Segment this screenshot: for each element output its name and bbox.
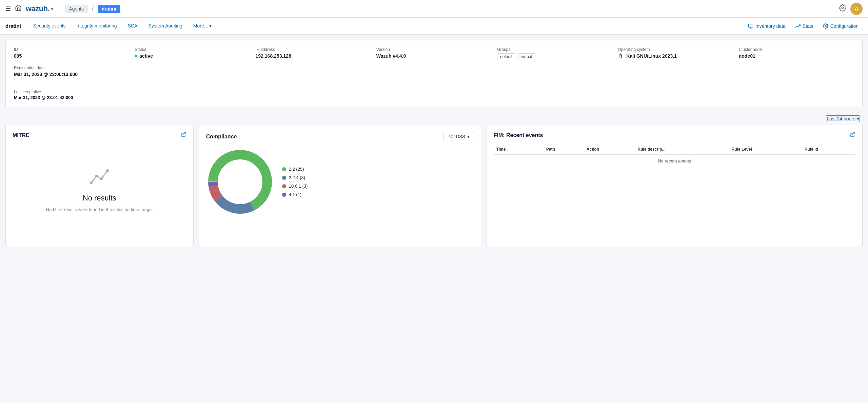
os-icon: 🐧 — [618, 53, 624, 59]
mitre-no-results-sub: No Mitre results were found in the selec… — [46, 207, 153, 213]
compliance-title: Compliance — [206, 134, 237, 140]
keep-alive-value: Mar 31, 2023 @ 23:01:43.000 — [14, 95, 854, 100]
breadcrumb-agents[interactable]: Agents — [65, 5, 88, 13]
id-value: 005 — [14, 53, 129, 59]
legend-item-2: 10.6.1 (3) — [282, 184, 308, 189]
svg-line-5 — [183, 133, 185, 135]
id-label: ID — [14, 47, 129, 52]
hamburger-menu[interactable]: ☰ — [5, 5, 11, 13]
compliance-dropdown-label: PCI DSS — [448, 134, 465, 139]
legend-label-0: 2.2 (25) — [289, 167, 304, 172]
field-cluster: Cluster node node01 — [739, 47, 854, 60]
svg-point-8 — [95, 175, 98, 177]
keep-alive-section: Last keep alive Mar 31, 2023 @ 23:01:43.… — [14, 84, 854, 100]
fim-panel: FIM: Recent events Time ↓ Path Action — [487, 125, 863, 247]
tab-integrity-monitoring[interactable]: Integrity monitoring — [71, 18, 122, 35]
tab-security-events[interactable]: Security events — [28, 18, 71, 35]
compliance-header: Compliance PCI DSS ▾ — [206, 132, 474, 141]
fim-table: Time ↓ Path Action Rule descrip... Rule … — [494, 144, 855, 167]
logo-dropdown[interactable]: ▾ — [51, 5, 54, 12]
svg-point-9 — [90, 181, 93, 184]
stats-btn[interactable]: Stats — [791, 23, 817, 29]
svg-line-15 — [852, 133, 855, 135]
compliance-legend: 2.2 (25) 2.2.4 (8) 10.6.1 (3) 4.1 (1) — [282, 167, 308, 197]
legend-item-0: 2.2 (25) — [282, 167, 308, 172]
legend-dot-0 — [282, 167, 286, 171]
legend-dot-3 — [282, 193, 286, 197]
legend-label-3: 4.1 (1) — [289, 192, 302, 197]
compliance-dropdown-icon: ▾ — [467, 134, 470, 139]
time-filter-chevron: ▾ — [857, 116, 859, 121]
fim-title: FIM: Recent events — [494, 132, 543, 138]
time-filter-button[interactable]: Last 24 hours ▾ — [826, 115, 860, 122]
field-status: Status active — [135, 47, 250, 60]
fim-tbody: No recent events — [494, 155, 855, 167]
mitre-no-results-title: No results — [83, 194, 116, 203]
status-text: active — [139, 53, 153, 59]
tab-system-auditing[interactable]: System Auditing — [143, 18, 188, 35]
compliance-content: 2.2 (25) 2.2.4 (8) 10.6.1 (3) 4.1 (1) — [206, 148, 474, 216]
legend-item-1: 2.2.4 (8) — [282, 175, 308, 180]
field-id: ID 005 — [14, 47, 129, 60]
mitre-header: MITRE — [13, 132, 186, 139]
secondary-nav: dratini Security events Integrity monito… — [0, 18, 868, 35]
ip-value: 192.168.253.128 — [256, 53, 371, 59]
breadcrumb-current: dratini — [98, 5, 120, 13]
field-registration: Registration date Mar 31, 2023 @ 23:00:1… — [14, 65, 129, 77]
top-nav: ☰ wazuh. ▾ Agents / dratini a — [0, 0, 868, 18]
field-groups: Groups default virtual — [497, 47, 612, 60]
tag-default: default — [497, 53, 515, 60]
legend-item-3: 4.1 (1) — [282, 192, 308, 197]
agent-info-card: ID 005 Status active IP address 192.168.… — [5, 40, 863, 107]
col-action[interactable]: Action — [584, 144, 635, 155]
fim-no-events: No recent events — [494, 155, 855, 167]
status-value: active — [135, 53, 250, 59]
compliance-dropdown[interactable]: PCI DSS ▾ — [443, 132, 474, 141]
version-label: Version — [376, 47, 492, 52]
col-path[interactable]: Path — [544, 144, 584, 155]
svg-point-6 — [106, 169, 109, 172]
col-rule-desc[interactable]: Rule descrip... — [635, 144, 729, 155]
right-nav: Inventory data Stats Configuration — [744, 23, 863, 29]
panels-row: MITRE No results No Mitre — [5, 125, 863, 247]
mitre-chart-icon — [88, 164, 110, 190]
fim-external-link-icon[interactable] — [850, 132, 855, 139]
fim-header: FIM: Recent events — [494, 132, 855, 139]
tab-sca[interactable]: SCA — [122, 18, 143, 35]
field-os: Operating system 🐧 Kali GNU/Linux 2023.1 — [618, 47, 733, 60]
cluster-label: Cluster node — [739, 47, 854, 52]
time-filter-label: Last 24 hours — [827, 116, 855, 121]
sort-icon-time: ↓ — [507, 148, 509, 151]
inventory-data-btn[interactable]: Inventory data — [744, 23, 790, 29]
svg-rect-1 — [748, 24, 753, 27]
field-version: Version Wazuh v4.4.0 — [376, 47, 492, 60]
registration-value: Mar 31, 2023 @ 23:00:13.000 — [14, 72, 129, 77]
svg-point-4 — [825, 25, 826, 27]
status-label: Status — [135, 47, 250, 52]
settings-icon[interactable] — [839, 4, 846, 13]
col-time[interactable]: Time ↓ — [494, 144, 544, 155]
tab-more[interactable]: More... ▾ — [188, 18, 217, 35]
app-logo: wazuh. — [26, 4, 50, 13]
avatar[interactable]: a — [850, 3, 863, 15]
legend-label-1: 2.2.4 (8) — [289, 175, 305, 180]
mitre-external-link-icon[interactable] — [181, 132, 186, 139]
configuration-btn[interactable]: Configuration — [819, 23, 863, 29]
svg-point-7 — [100, 177, 103, 180]
home-icon[interactable] — [15, 4, 22, 13]
legend-dot-1 — [282, 176, 286, 180]
os-value: 🐧 Kali GNU/Linux 2023.1 — [618, 53, 733, 59]
compliance-donut — [206, 148, 274, 216]
ip-label: IP address — [256, 47, 371, 52]
mitre-empty-state: No results No Mitre results were found i… — [13, 144, 186, 232]
cluster-value: node01 — [739, 53, 854, 59]
col-rule-level[interactable]: Rule Level — [729, 144, 802, 155]
agent-name-label: dratini — [5, 23, 21, 29]
col-rule-id[interactable]: Rule Id — [802, 144, 855, 155]
version-value: Wazuh v4.4.0 — [376, 53, 492, 59]
mitre-title: MITRE — [13, 132, 29, 138]
agent-info-grid: ID 005 Status active IP address 192.168.… — [14, 47, 854, 77]
mitre-panel: MITRE No results No Mitre — [5, 125, 194, 247]
legend-dot-2 — [282, 184, 286, 188]
groups-tags: default virtual — [497, 53, 612, 60]
